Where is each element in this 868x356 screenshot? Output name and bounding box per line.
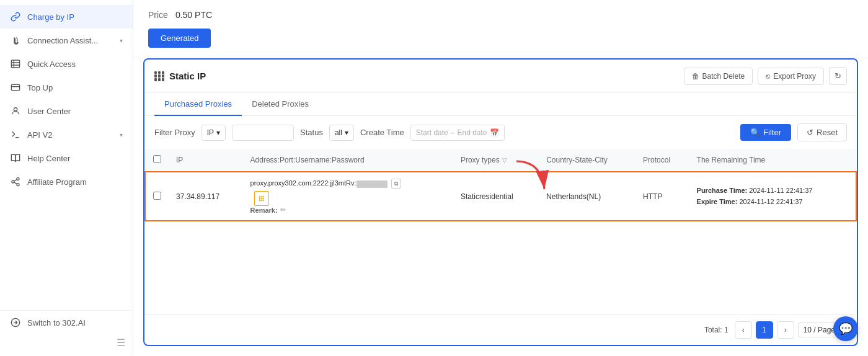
generated-button[interactable]: Generated [148,29,211,48]
book-icon [10,153,21,164]
date-range-picker[interactable]: Start date – End date 📅 [410,125,505,141]
tab-deleted-proxies[interactable]: Deleted Proxies [242,93,319,116]
sidebar-item-quick-access[interactable]: Quick Access [0,52,133,76]
blurred-password [356,180,388,188]
collapse-icon[interactable]: ☰ [117,337,125,349]
sidebar-item-label: Quick Access [27,60,76,69]
main-header: Price 0.50 PTC Generated [133,0,868,58]
export-icon: ⎋ [766,72,770,81]
price-row: Price 0.50 PTC [148,10,853,20]
filter-button[interactable]: 🔍 Filter [740,124,791,141]
select-all-checkbox[interactable] [153,155,161,163]
panel-actions: 🗑 Batch Delete ⎋ Export Proxy ↻ [684,67,847,85]
chevron-down-icon: ▾ [120,37,123,44]
share-icon [10,176,21,187]
grid-table-icon [154,71,164,81]
trash-icon: 🗑 [692,72,699,81]
copy-icon[interactable]: ⧉ [391,179,401,189]
proxy-table: IP Address:Port:Username:Password Proxy … [144,149,857,221]
panel-header: Static IP 🗑 Batch Delete ⎋ Export Proxy … [144,60,857,93]
link-icon [10,11,21,22]
th-checkbox [145,149,169,172]
row-checkbox[interactable] [153,192,161,200]
api-icon [10,129,21,140]
pagination: Total: 1 ‹ 1 › 10 / Page ▾ [144,314,857,345]
chevron-down-icon: ▾ [216,128,220,137]
user-icon [10,105,21,117]
create-time-label: Create Time [360,128,404,137]
refresh-icon: ↻ [835,71,841,81]
sidebar-item-user-center[interactable]: User Center [0,99,133,123]
row-ip: 37.34.89.117 [169,172,243,221]
refresh-button[interactable]: ↻ [829,67,847,85]
page-1-button[interactable]: 1 [756,321,773,339]
sidebar-item-api-v2[interactable]: API V2 ▾ [0,123,133,146]
sidebar-item-switch-to-302[interactable]: Switch to 302.AI [0,311,133,334]
svg-point-2 [14,108,17,111]
row-protocol: HTTP [636,172,689,221]
calendar-icon: 📅 [490,128,499,137]
chat-icon: 💬 [839,322,852,336]
qr-code-icon[interactable]: ⊞ [254,191,269,206]
sidebar-item-charge-by-ip[interactable]: Charge by IP [0,5,133,29]
th-remaining-time: The Remaining Time [689,149,856,172]
sidebar-bottom: Switch to 302.AI ☰ [0,310,133,351]
chat-support-button[interactable]: 💬 [833,316,858,341]
svg-point-4 [12,180,14,183]
sidebar-item-affiliate-program[interactable]: Affiliate Program [0,170,133,194]
table-header-row: IP Address:Port:Username:Password Proxy … [145,149,856,172]
reset-icon: ↺ [807,128,813,137]
th-country: Country-State-City [539,149,636,172]
proxy-table-container: IP Address:Port:Username:Password Proxy … [144,149,857,314]
proxy-types-filter-icon[interactable]: ▽ [502,157,507,164]
sidebar-item-label: Affiliate Program [27,177,87,187]
proxy-address-row: proxy.proxy302.com:2222:jjl3mtRv: ⧉ [250,179,446,189]
search-icon: 🔍 [750,128,760,137]
chevron-down-icon: ▾ [120,131,123,138]
sidebar-item-label: API V2 [27,130,52,140]
filter-input[interactable] [232,125,294,141]
status-select[interactable]: all ▾ [329,125,354,141]
export-proxy-button[interactable]: ⎋ Export Proxy [758,68,824,85]
next-page-button[interactable]: › [777,321,794,339]
price-label: Price [148,10,168,20]
th-protocol: Protocol [636,149,689,172]
row-address: proxy.proxy302.com:2222:jjl3mtRv: ⧉ ⊞ [243,172,453,221]
th-address: Address:Port:Username:Password [243,149,453,172]
flash-icon [10,58,21,69]
remark-edit-icon[interactable]: ✏ [280,206,286,214]
svg-point-3 [17,177,19,180]
sidebar-item-label: User Center [27,107,71,116]
sidebar-item-top-up[interactable]: Top Up [0,76,133,99]
switch-icon [10,317,21,328]
static-ip-panel: Static IP 🗑 Batch Delete ⎋ Export Proxy … [143,58,858,346]
prev-page-button[interactable]: ‹ [735,321,752,339]
batch-delete-button[interactable]: 🗑 Batch Delete [684,68,753,85]
svg-point-5 [17,184,19,186]
row-proxy-type: Staticresidential [453,172,539,221]
sidebar-item-label: Switch to 302.AI [27,318,86,327]
filter-type-select[interactable]: IP ▾ [202,125,226,141]
sidebar-item-label: Charge by IP [27,12,74,22]
sidebar-item-help-center[interactable]: Help Center [0,146,133,170]
wallet-icon [10,82,21,93]
main-content: Price 0.50 PTC Generated Static I [133,0,868,356]
filter-bar: Filter Proxy IP ▾ Status all ▾ Create Ti… [144,116,857,149]
static-ip-title: Static IP [169,71,206,81]
panel-title: Static IP [154,71,678,81]
row-checkbox-cell [145,172,169,221]
remark-row: Remark: ✏ [250,206,446,214]
th-proxy-types: Proxy types ▽ [453,149,539,172]
plug-icon [10,35,21,46]
total-label: Total: 1 [704,326,728,334]
table-row: 37.34.89.117 proxy.proxy302.com:2222:jjl… [145,172,856,221]
tab-purchased-proxies[interactable]: Purchased Proxies [154,93,242,116]
date-separator: – [451,128,455,137]
row-country: Netherlands(NL) [539,172,636,221]
sidebar-item-connection-assist[interactable]: Connection Assist... ▾ [0,29,133,52]
sidebar-item-label: Top Up [27,83,53,92]
end-date-placeholder: End date [457,128,487,137]
reset-button[interactable]: ↺ Reset [797,123,847,141]
row-remaining-time: Purchase Time: 2024-11-11 22:41:37 Expir… [689,172,856,221]
chevron-down-icon: ▾ [345,128,348,137]
